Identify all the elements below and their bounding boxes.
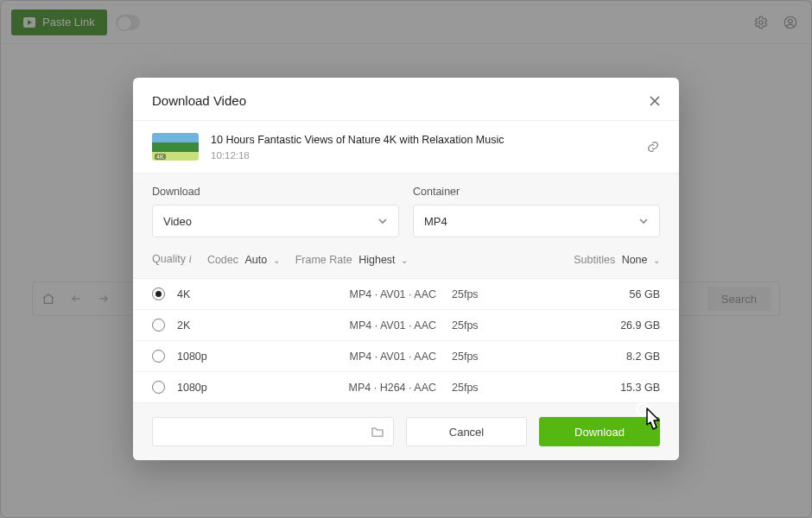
codec-filter[interactable]: Codec Auto ⌄ — [207, 254, 280, 266]
row-size: 8.2 GB — [505, 351, 660, 363]
radio-button[interactable] — [152, 381, 165, 394]
chevron-down-icon: ⌄ — [401, 256, 408, 265]
video-info: 10 Hours Fantastic Views of Nature 4K wi… — [133, 121, 679, 174]
row-quality: 2K — [177, 319, 315, 332]
download-button[interactable]: Download — [539, 417, 660, 446]
link-icon[interactable] — [646, 140, 660, 154]
quality-row[interactable]: 1080p MP4 · AV01 · AAC 25fps 8.2 GB — [133, 340, 679, 371]
container-label: Container — [413, 186, 660, 198]
dialog-footer: Cancel Download — [133, 402, 679, 460]
quality-row[interactable]: 4K MP4 · AV01 · AAC 25fps 56 GB — [133, 279, 679, 309]
radio-button[interactable] — [152, 319, 165, 332]
cancel-button[interactable]: Cancel — [406, 417, 527, 446]
row-fps: 25fps — [436, 382, 505, 394]
close-icon[interactable] — [650, 96, 660, 106]
dialog-title: Download Video — [152, 93, 650, 108]
dialog-header: Download Video — [133, 78, 679, 121]
container-select[interactable]: MP4 — [413, 205, 660, 237]
row-quality: 4K — [177, 288, 315, 300]
download-type-label: Download — [152, 186, 399, 198]
subtitles-filter[interactable]: Subtitles None ⌄ — [574, 254, 660, 266]
quality-filter-label: Quality — [152, 253, 186, 265]
download-type-select[interactable]: Video — [152, 205, 399, 237]
quality-row[interactable]: 2K MP4 · AV01 · AAC 25fps 26.9 GB — [133, 309, 679, 340]
row-quality: 1080p — [177, 351, 315, 363]
row-size: 15.3 GB — [505, 382, 660, 394]
download-video-dialog: Download Video 10 Hours Fantastic Views … — [133, 78, 679, 460]
row-fps: 25fps — [436, 288, 505, 300]
chevron-down-icon — [377, 216, 388, 226]
quality-list: 4K MP4 · AV01 · AAC 25fps 56 GB 2K MP4 ·… — [133, 278, 679, 402]
row-format: MP4 · H264 · AAC — [315, 382, 436, 394]
info-icon[interactable]: i — [188, 253, 191, 265]
video-duration: 10:12:18 — [211, 150, 504, 161]
row-size: 26.9 GB — [505, 319, 660, 332]
row-format: MP4 · AV01 · AAC — [315, 288, 436, 300]
row-fps: 25fps — [436, 319, 505, 332]
format-selectors: Download Video Container MP4 — [133, 174, 679, 253]
folder-icon[interactable] — [371, 426, 384, 438]
save-path-field[interactable] — [152, 417, 394, 446]
video-title: 10 Hours Fantastic Views of Nature 4K wi… — [211, 133, 504, 148]
row-format: MP4 · AV01 · AAC — [315, 351, 436, 363]
row-size: 56 GB — [505, 288, 660, 300]
row-format: MP4 · AV01 · AAC — [315, 319, 436, 332]
chevron-down-icon — [638, 216, 649, 226]
framerate-filter[interactable]: Frame Rate Highest ⌄ — [295, 254, 408, 266]
container-value: MP4 — [424, 215, 447, 228]
download-type-value: Video — [163, 215, 192, 228]
row-quality: 1080p — [177, 382, 315, 394]
chevron-down-icon: ⌄ — [653, 256, 660, 265]
video-thumbnail — [152, 133, 199, 161]
radio-button[interactable] — [152, 287, 165, 300]
radio-button[interactable] — [152, 350, 165, 363]
filter-bar: Quality i Codec Auto ⌄ Frame Rate Highes… — [133, 253, 679, 278]
chevron-down-icon: ⌄ — [273, 256, 280, 265]
row-fps: 25fps — [436, 351, 505, 363]
quality-row[interactable]: 1080p MP4 · H264 · AAC 25fps 15.3 GB — [133, 371, 679, 402]
